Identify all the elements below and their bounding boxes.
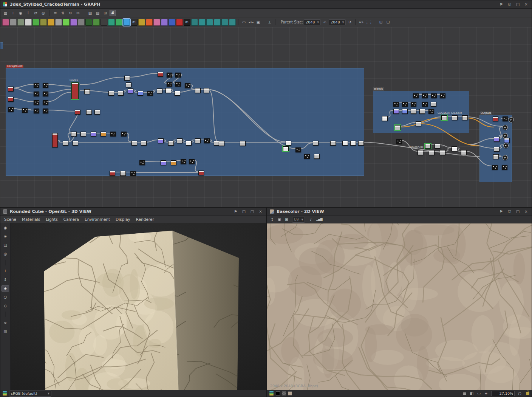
maximize-icon[interactable]: □ <box>515 209 521 214</box>
gradient-map-icon[interactable] <box>101 19 107 26</box>
graph-node-redtall2[interactable] <box>52 133 58 147</box>
menu-display[interactable]: Display <box>116 217 130 222</box>
graph-node-noise[interactable] <box>43 100 48 105</box>
graph-node-noise[interactable] <box>139 160 145 165</box>
graph-node-blue[interactable] <box>138 91 143 96</box>
graph-node-purple[interactable] <box>161 160 166 165</box>
graph-node-noise[interactable] <box>431 93 437 98</box>
center-view-icon[interactable]: + <box>483 390 489 397</box>
atlas-icon[interactable] <box>199 19 206 26</box>
graph-node-purple[interactable] <box>91 132 96 136</box>
text-node-icon[interactable] <box>17 19 24 26</box>
zoom-input[interactable]: 27.10% <box>491 391 515 396</box>
colorspace-select[interactable]: sRGB (default) ▼ <box>9 391 51 397</box>
menu-lights[interactable]: Lights <box>46 217 58 222</box>
graph-canvas[interactable]: BackgroundBlendsOutputs▸▸▸▸▸CracksCurvat… <box>0 27 532 207</box>
view2d-viewport[interactable]: 2048 x 2048 (RGBA, 8bpc) <box>267 223 532 390</box>
graph-node-gray[interactable] <box>429 150 435 155</box>
graph-node-noise[interactable] <box>492 165 498 170</box>
graph-node-gray[interactable] <box>462 115 468 120</box>
pixel-processor-icon[interactable] <box>32 19 39 26</box>
move-icon[interactable]: + <box>2 268 9 274</box>
graph-node-white[interactable] <box>175 91 180 96</box>
graph-node-gray[interactable] <box>493 154 499 159</box>
graph-node-noise[interactable] <box>502 165 507 170</box>
graph-node-gray[interactable] <box>313 141 319 146</box>
plane-icon[interactable]: ◇ <box>2 303 9 309</box>
graph-node-gray[interactable] <box>358 141 364 146</box>
graph-node-noise[interactable] <box>34 100 39 105</box>
graph-node-noise[interactable] <box>204 138 210 143</box>
float-icon[interactable]: ◱ <box>507 209 512 214</box>
histogram-icon[interactable]: ▂▅▇ <box>316 216 322 223</box>
graph-node-noise[interactable] <box>121 132 127 136</box>
bitmap-node-icon[interactable] <box>2 19 9 26</box>
graph-node-noise[interactable] <box>22 108 28 113</box>
graph-node-gray[interactable] <box>124 76 130 81</box>
graph-node-gray[interactable] <box>141 141 147 146</box>
close-icon[interactable]: × <box>258 209 263 214</box>
blur-node-icon[interactable] <box>63 19 70 26</box>
probe-icon[interactable]: ⊥ <box>266 19 273 25</box>
distance-icon[interactable] <box>85 19 92 26</box>
graph-node-gray[interactable] <box>461 150 467 155</box>
pattern-icon[interactable]: ▨ <box>94 10 101 16</box>
texture-thumb[interactable] <box>288 391 292 395</box>
graph-node-out[interactable]: ▸ <box>509 117 514 123</box>
graph-node-gray[interactable] <box>157 88 162 93</box>
graph-node-red[interactable] <box>8 87 14 91</box>
graph-node-out[interactable]: ▸ <box>503 155 508 160</box>
focus-icon[interactable]: ◎ <box>40 10 46 16</box>
dir-blur-icon[interactable] <box>70 19 77 26</box>
graph-node-gray[interactable] <box>418 150 423 155</box>
graph-node-gray[interactable] <box>330 141 336 146</box>
tiling-icon[interactable]: ◧ <box>469 390 475 397</box>
graph-node-noise[interactable] <box>167 73 172 78</box>
parent-height-select[interactable]: 2048 ▼ <box>329 19 346 25</box>
graph-node-gray[interactable] <box>86 110 92 115</box>
graph-node-noise[interactable] <box>440 93 445 98</box>
graph-node-red[interactable] <box>158 72 163 77</box>
pause-compute-icon[interactable]: ⋮⋮ <box>365 19 373 25</box>
hsl-icon[interactable] <box>116 19 122 26</box>
graph-node-noise[interactable] <box>181 159 186 164</box>
cut-icon[interactable]: ✂ <box>75 10 81 16</box>
graph-node-white[interactable] <box>165 88 171 93</box>
svg-node-icon[interactable] <box>10 19 17 26</box>
graph-node-blue[interactable] <box>504 138 510 143</box>
graph-node-whitesel[interactable] <box>283 146 289 151</box>
checker-icon[interactable]: ▦ <box>461 390 468 397</box>
new-graph-icon[interactable]: ▦ <box>2 10 9 16</box>
graph-node-blue[interactable] <box>402 109 408 114</box>
graph-node-noise[interactable] <box>422 102 428 107</box>
environment-icon[interactable]: ◎ <box>2 251 9 257</box>
reorder-icon[interactable]: ⇅ <box>60 10 66 16</box>
graph-node-red[interactable] <box>8 97 14 102</box>
graph-node-noise[interactable] <box>34 91 39 96</box>
snap-icon[interactable]: ⊞ <box>102 10 108 16</box>
graph-node-gray[interactable] <box>204 88 209 93</box>
graph-node-gray[interactable] <box>435 144 440 149</box>
pin-icon[interactable]: ⚑ <box>233 209 238 214</box>
tile-generator-icon[interactable] <box>229 19 236 26</box>
graph-node-gray[interactable] <box>177 138 182 143</box>
value-processor-icon[interactable] <box>40 19 47 26</box>
export-icon[interactable]: ↧ <box>269 216 275 223</box>
graph-node-white[interactable] <box>186 141 192 146</box>
value-icon[interactable]: 01 <box>184 19 190 26</box>
snap-grid-icon[interactable]: ⊞ <box>377 19 384 25</box>
graph-node-gray[interactable] <box>195 138 201 143</box>
scatter-icon[interactable] <box>206 19 213 26</box>
comment-icon[interactable]: ▭ <box>241 19 247 25</box>
graph-node-gray[interactable] <box>494 147 500 152</box>
graph-node-purple[interactable] <box>158 138 164 143</box>
graph-node-noise[interactable] <box>411 102 416 107</box>
graph-node-noise[interactable] <box>402 102 408 107</box>
no-tiling-icon[interactable] <box>176 19 183 26</box>
graph-node-gray[interactable] <box>71 132 77 136</box>
normal-icon[interactable]: 01 <box>131 19 138 26</box>
graph-node-white[interactable] <box>452 146 457 151</box>
graph-node-white[interactable] <box>350 141 356 146</box>
splatter-icon[interactable] <box>214 19 221 26</box>
parent-width-select[interactable]: 2048 ▼ <box>304 19 321 25</box>
